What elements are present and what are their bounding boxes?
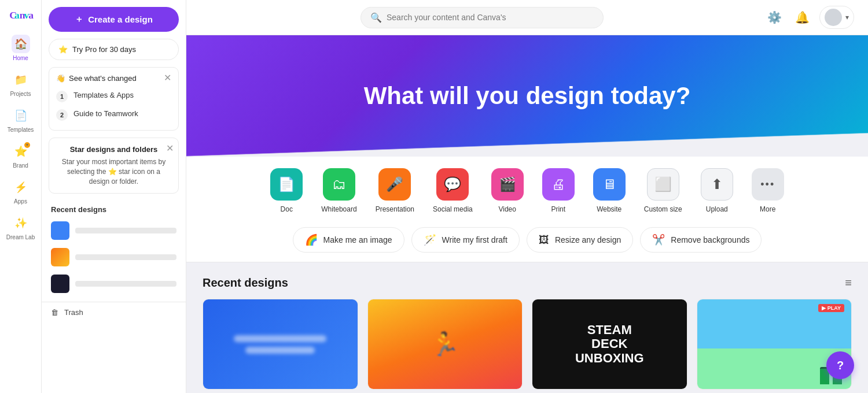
star-box-title: Star designs and folders [56,145,171,154]
recent-item-1[interactable] [42,217,186,244]
settings-button[interactable]: ⚙️ [764,7,785,28]
help-button[interactable]: ? [826,351,854,379]
create-design-button[interactable]: ＋ Create a design [49,7,179,32]
more-label: More [760,205,775,213]
video-icon: 🎬 [491,168,524,201]
print-label: Print [551,205,565,213]
whiteboard-label: Whiteboard [321,205,356,213]
design-card-3[interactable]: STEAMDECKUNBOXING [532,299,687,390]
design-type-website[interactable]: 🖥 Website [593,168,626,213]
remove-backgrounds-button[interactable]: ✂️ Remove backgrounds [640,227,762,253]
left-panel: ＋ Create a design ⭐ Try Pro for 30 days … [42,0,186,393]
remove-bg-emoji: ✂️ [652,233,665,246]
account-menu[interactable]: ▾ [819,6,854,29]
print-icon: 🖨 [542,168,575,201]
video-label: Video [498,205,516,213]
resize-emoji: 🖼 [539,234,549,246]
svg-text:a: a [14,9,20,21]
search-icon: 🔍 [370,12,382,23]
design-card-1[interactable] [203,299,358,390]
search-input[interactable] [387,13,594,22]
design-type-whiteboard[interactable]: 🗂 Whiteboard [321,168,356,213]
whats-changed-close-button[interactable]: ✕ [164,73,171,83]
star-designs-box: ✕ Star designs and folders Star your mos… [49,138,179,194]
design-card-2[interactable]: 🏃 [367,299,523,390]
design-type-print[interactable]: 🖨 Print [542,168,575,213]
wave-icon: 👋 [56,74,65,83]
trash-item[interactable]: 🗑 Trash [42,302,186,322]
sidebar-item-home[interactable]: 🏠 Home [0,30,41,66]
avatar [825,9,842,26]
custom-size-icon: ⬜ [647,168,679,201]
make-image-button[interactable]: 🌈 Make me an image [293,227,404,253]
custom-size-label: Custom size [644,205,682,213]
star-box-close-button[interactable]: ✕ [166,143,174,154]
try-pro-button[interactable]: ⭐ Try Pro for 30 days [49,39,179,60]
design-type-upload[interactable]: ⬆ Upload [701,168,733,213]
recent-designs-title: Recent designs [203,276,288,290]
design-thumb-2: 🏃 [368,299,523,389]
canva-logo[interactable]: C a n v a [8,7,34,25]
design-type-social-media[interactable]: 💬 Social media [433,168,473,213]
main-content: 🔍 ⚙️ 🔔 ▾ What will you design today? 📄 D… [186,0,868,393]
whats-changed-item-2[interactable]: 2 Guide to Teamwork [56,106,171,124]
star-icon: ⭐ [58,45,68,54]
recent-name-2 [75,254,176,260]
header-actions: ⚙️ 🔔 ▾ [764,6,854,29]
content-area: What will you design today? 📄 Doc 🗂 Whit… [186,35,868,393]
whiteboard-icon: 🗂 [323,168,355,201]
make-image-emoji: 🌈 [305,233,318,246]
hero-title: What will you design today? [364,82,691,110]
recent-designs-section: Recent designs ≡ [186,262,868,393]
sidebar-item-templates[interactable]: 📄 Templates [0,102,41,138]
recent-thumb-2 [51,248,69,266]
recent-designs-header: Recent designs ≡ [203,276,852,290]
upload-label: Upload [706,205,728,213]
star-box-description: Star your most important items by select… [56,157,171,186]
recent-item-2[interactable] [42,244,186,270]
sidebar-item-dreamlab[interactable]: ✨ Dream Lab [0,209,41,245]
design-type-doc[interactable]: 📄 Doc [270,168,303,213]
presentation-label: Presentation [376,205,414,213]
notifications-button[interactable]: 🔔 [792,7,812,28]
design-type-custom-size[interactable]: ⬜ Custom size [644,168,682,213]
top-header: 🔍 ⚙️ 🔔 ▾ [186,0,868,35]
design-thumb-1 [203,299,358,389]
whats-changed-item-1[interactable]: 1 Templates & Apps [56,87,171,106]
recent-thumb-3 [51,275,69,293]
design-types-bar: 📄 Doc 🗂 Whiteboard 🎤 Presentation 💬 Soci… [186,157,868,223]
sidebar-item-apps[interactable]: ⚡ Apps [0,173,41,209]
resize-design-button[interactable]: 🖼 Resize any design [527,227,633,253]
hero-banner: What will you design today? [186,35,868,157]
svg-text:a: a [28,9,34,21]
sidebar: C a n v a 🏠 Home 📁 Projects 📄 Templates … [0,0,42,393]
search-bar[interactable]: 🔍 [361,7,604,28]
sidebar-item-brand[interactable]: ⭐✦ Brand [0,138,41,173]
recent-designs-panel-label: Recent designs [42,201,186,217]
account-chevron-icon: ▾ [845,13,849,21]
whats-changed-title: 👋 See what's changed [56,74,137,83]
design-type-presentation[interactable]: 🎤 Presentation [376,168,414,213]
recent-name-1 [75,228,176,233]
design-type-more[interactable]: ••• More [752,168,784,213]
whats-changed-box: 👋 See what's changed ✕ 1 Templates & App… [49,67,179,131]
recent-name-3 [75,281,176,287]
doc-icon: 📄 [270,168,303,201]
website-label: Website [597,205,621,213]
design-card-4[interactable]: ▶ PLAY [697,299,852,390]
more-icon: ••• [752,168,784,201]
website-icon: 🖥 [593,168,626,201]
design-grid: 🏃 STEAMDECKUNBOXING [203,299,852,390]
recent-item-3[interactable] [42,270,186,297]
plus-icon: ＋ [75,14,83,25]
sidebar-item-projects[interactable]: 📁 Projects [0,66,41,102]
doc-label: Doc [281,205,293,213]
social-media-label: Social media [433,205,473,213]
recent-thumb-1 [51,221,69,240]
design-type-video[interactable]: 🎬 Video [491,168,524,213]
design-thumb-4: ▶ PLAY [697,299,852,389]
list-view-button[interactable]: ≡ [845,276,852,290]
presentation-icon: 🎤 [378,168,411,201]
write-draft-button[interactable]: 🪄 Write my first draft [411,227,520,253]
trash-icon: 🗑 [51,308,58,317]
